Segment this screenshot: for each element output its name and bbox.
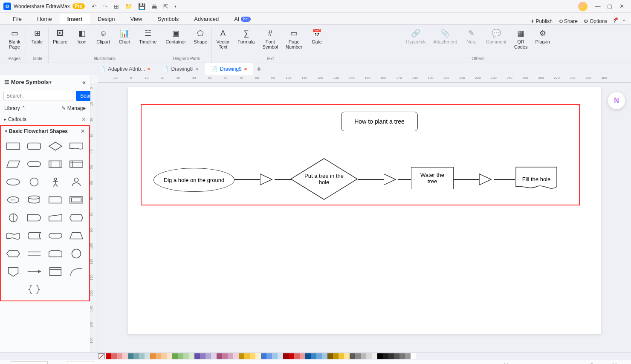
shape-arrow[interactable] [25,265,43,278]
shape-tape[interactable] [4,229,22,243]
picture-button[interactable]: 🖼Picture [51,27,69,45]
save-icon[interactable]: 💾 [138,3,145,10]
shape-annotation[interactable] [46,265,64,278]
shape-frame[interactable] [67,193,85,207]
shape-card[interactable] [46,193,64,207]
shape-delay[interactable] [25,211,43,225]
formula-button[interactable]: ∑Formula [236,27,256,45]
shape-hexagon[interactable] [4,247,22,260]
tab-design[interactable]: Design [90,14,122,24]
comment-button[interactable]: 💬Comment [484,27,508,45]
font-symbol-button[interactable]: #Font Symbol [261,27,280,50]
color-swatch[interactable] [133,353,139,359]
color-swatch[interactable] [399,353,405,359]
shape-display[interactable] [67,211,85,225]
color-swatch[interactable] [411,353,416,359]
color-swatch[interactable] [178,353,183,359]
qr-button[interactable]: ▦QR Codes [512,27,530,50]
color-swatch[interactable] [183,353,189,359]
color-swatch[interactable] [139,353,145,359]
color-swatch[interactable] [266,353,272,359]
shape-user[interactable] [67,175,85,189]
color-swatch[interactable] [339,353,344,359]
color-swatch[interactable] [156,353,161,359]
export-icon[interactable]: ⇱ [163,3,168,10]
section-callouts[interactable]: ▸Callouts ✕ [0,114,90,125]
shape-loop[interactable] [46,247,64,260]
ai-assistant-button[interactable]: N [608,92,625,109]
manage-button[interactable]: ✎ Manage [61,105,86,111]
color-swatch[interactable] [122,353,128,359]
tab-insert[interactable]: Insert [60,14,90,24]
shape-brace[interactable] [25,283,43,296]
shape-rect[interactable] [4,139,22,153]
plugin-button[interactable]: ⚙Plug-in [534,27,552,45]
shape-pill[interactable] [25,157,43,171]
color-swatch[interactable] [366,353,372,359]
flow-step-put-tree[interactable]: Put a tree in the hole [290,158,358,200]
shape-parallelogram[interactable] [4,157,22,171]
note-button[interactable]: ✎Note [463,27,480,45]
color-swatch[interactable] [278,353,283,359]
shape-connector[interactable] [4,211,22,225]
flow-connector[interactable] [454,179,479,180]
color-swatch[interactable] [128,353,133,359]
color-swatch[interactable] [228,353,233,359]
options-button[interactable]: ⚙ Options [584,18,607,24]
chart-button[interactable]: 📊Chart [116,27,133,45]
tab-file[interactable]: File [5,14,29,24]
color-swatch[interactable] [305,353,311,359]
color-swatch[interactable] [289,353,294,359]
redo-icon[interactable]: ↷ [103,3,108,10]
tab-home[interactable]: Home [29,14,60,24]
tab-symbols[interactable]: Symbols [150,14,186,24]
tab-advanced[interactable]: Advanced [186,14,226,24]
hyperlink-button[interactable]: 🔗Hyperlink [404,27,427,45]
new-icon[interactable]: ⊞ [114,3,119,10]
page-number-button[interactable]: ▭Page Number [284,27,304,50]
color-swatch[interactable] [350,353,355,359]
shape-parallel[interactable] [25,247,43,260]
shape-subprocess[interactable] [46,157,64,171]
flow-step-fill[interactable]: Fill the hole [515,166,558,192]
doctab-drawing8[interactable]: 📄Drawing8✕ [156,63,205,75]
shape-internal-storage[interactable] [67,157,85,171]
tab-view[interactable]: View [123,14,150,24]
color-swatch[interactable] [316,353,322,359]
library-label[interactable]: Library ⌃ [4,105,26,111]
user-avatar[interactable] [578,2,588,11]
color-swatch[interactable] [294,353,300,359]
color-swatch[interactable] [344,353,350,359]
timeline-button[interactable]: ☱Timeline [137,27,158,45]
print-icon[interactable]: 🖶 [151,3,157,10]
color-swatch[interactable] [322,353,327,359]
color-swatch[interactable] [111,353,117,359]
color-swatch[interactable] [189,353,194,359]
color-swatch[interactable] [244,353,250,359]
container-button[interactable]: ▣Container [164,27,188,45]
shape-trapezoid[interactable] [67,229,85,243]
page-select[interactable]: Page-1 [11,361,48,364]
maximize-button[interactable]: ▢ [604,3,616,9]
shape-arc[interactable] [67,265,85,278]
table-button[interactable]: ⊞Table [29,27,46,45]
color-swatch[interactable] [261,353,266,359]
color-swatch[interactable] [283,353,289,359]
color-swatch[interactable] [200,353,206,359]
color-swatch[interactable] [355,353,361,359]
color-swatch[interactable] [145,353,150,359]
date-button[interactable]: 📅Date [308,27,325,45]
close-button[interactable]: ✕ [616,3,628,9]
color-swatch[interactable] [250,353,255,359]
undo-icon[interactable]: ↶ [92,3,97,10]
color-swatch[interactable] [206,353,211,359]
shape-yes[interactable]: Yes [4,193,22,207]
shape-diamond[interactable] [46,139,64,153]
flow-step-water[interactable]: Water the tree [411,167,454,189]
blank-page-button[interactable]: ▭Blank Page [6,27,23,50]
color-swatch[interactable] [167,353,172,359]
color-swatch[interactable] [327,353,333,359]
color-swatch[interactable] [117,353,122,359]
doctab-drawing9[interactable]: 📄Drawing9 [205,63,253,75]
shape-terminator[interactable] [46,229,64,243]
